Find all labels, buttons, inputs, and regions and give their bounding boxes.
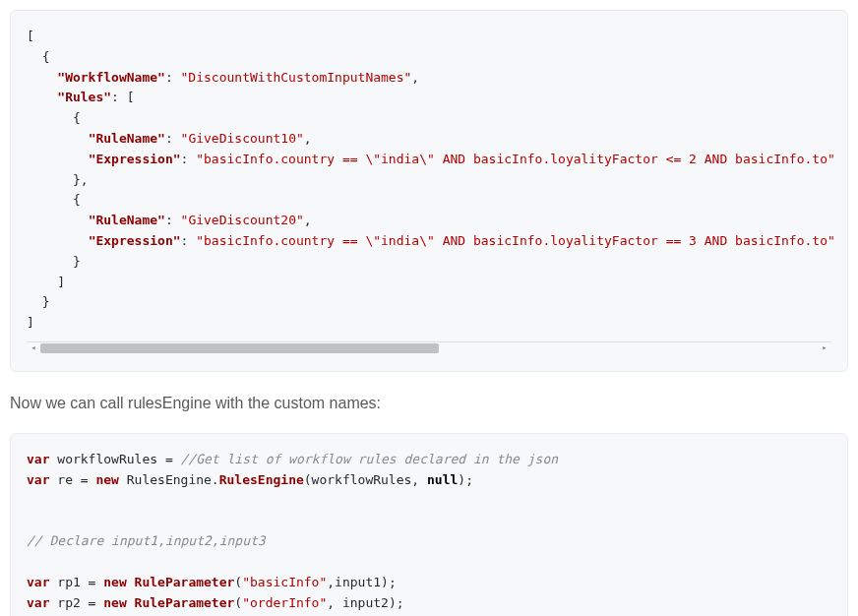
code-text: = [157,452,180,466]
code-line: ] [27,275,65,289]
keyword-var: var [27,472,49,487]
scroll-left-icon[interactable]: ◂ [27,341,40,355]
json-key: "Expression" [89,152,181,166]
code-text: workflowRules [57,452,157,466]
keyword-new: new [103,575,126,589]
horizontal-scrollbar[interactable]: ◂ ▸ [27,341,831,355]
code-text: ( [234,595,242,610]
code-text: re [57,472,73,487]
literal-null: null [427,472,458,487]
json-string: "GiveDiscount10" [181,131,304,146]
class-name: RuleParameter [135,595,235,610]
code-line: "Expression": "basicInfo.country == \"in… [27,233,835,248]
code-comment: //Get list of workflow rules declared in… [181,452,559,466]
json-string: "basicInfo.country == \"india\" AND basi… [196,233,835,248]
code-line: "WorkflowName": "DiscountWithCustomInput… [27,70,419,85]
scrollbar-thumb[interactable] [40,343,439,353]
json-key: "Expression" [89,233,181,248]
csharp-code-content: var workflowRules = //Get list of workfl… [27,450,831,616]
string-literal: "orderInfo" [242,595,327,610]
code-text: ,input1); [327,575,396,589]
code-line: "RuleName": "GiveDiscount20", [27,213,312,227]
keyword-var: var [27,575,49,589]
code-line: { [27,110,81,125]
code-text: ); [458,472,473,487]
code-text: RulesEngine. [119,472,219,487]
json-key: "WorkflowName" [57,70,165,85]
code-line: "Rules": [ [27,90,135,104]
code-text: = [73,472,95,487]
keyword-new: new [95,472,118,487]
class-name: RulesEngine [219,472,304,487]
code-line: { [27,49,49,64]
string-literal: "basicInfo" [242,575,327,589]
scroll-right-icon[interactable]: ▸ [818,341,831,355]
code-line: } [27,254,81,269]
csharp-code-block: var workflowRules = //Get list of workfl… [10,433,848,616]
code-text: rp1 = [49,575,103,589]
json-code-block: [ { "WorkflowName": "DiscountWithCustomI… [10,10,848,372]
code-text [127,595,135,610]
prose-text: Now we can call rulesEngine with the cus… [10,392,848,415]
json-string: "DiscountWithCustomInputNames" [181,70,412,85]
code-line: { [27,192,81,207]
code-line: "RuleName": "GiveDiscount10", [27,131,312,146]
json-string: "basicInfo.country == \"india\" AND basi… [196,152,835,166]
code-text: , input2); [327,595,403,610]
code-line: [ [27,29,34,43]
json-code-content: [ { "WorkflowName": "DiscountWithCustomI… [27,27,831,334]
code-line: } [27,294,49,309]
code-text: ( [234,575,242,589]
code-text: rp2 = [49,595,103,610]
code-text: (workflowRules, [304,472,427,487]
code-line: }, [27,172,89,187]
keyword-var: var [27,452,49,466]
keyword-new: new [103,595,126,610]
json-key: "RuleName" [89,131,165,146]
json-key: "Rules" [57,90,111,104]
code-line: ] [27,315,34,330]
code-line: "Expression": "basicInfo.country == \"in… [27,152,835,166]
code-text [127,575,135,589]
json-string: "GiveDiscount20" [181,213,304,227]
class-name: RuleParameter [135,575,235,589]
code-comment: // Declare input1,input2,input3 [27,533,266,548]
keyword-var: var [27,595,49,610]
json-key: "RuleName" [89,213,165,227]
